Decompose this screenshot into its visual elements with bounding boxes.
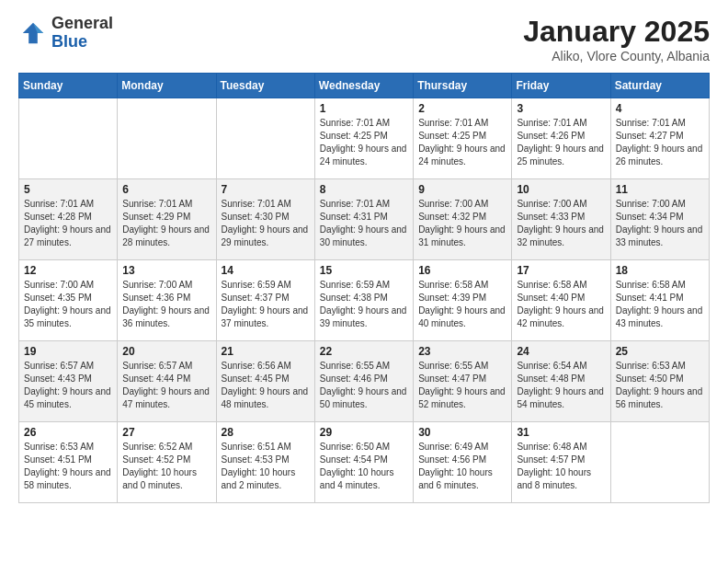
weekday-header-row: Sunday Monday Tuesday Wednesday Thursday…: [19, 74, 710, 98]
day-number-16: 16: [418, 264, 506, 277]
header-sunday: Sunday: [19, 74, 118, 98]
day-info-26: Sunrise: 6:53 AMSunset: 4:51 PMDaylight:…: [24, 441, 112, 492]
week-row-4: 26Sunrise: 6:53 AMSunset: 4:51 PMDayligh…: [19, 422, 710, 503]
header-thursday: Thursday: [414, 74, 512, 98]
day-cell-w3-d2: 21Sunrise: 6:56 AMSunset: 4:45 PMDayligh…: [216, 341, 314, 422]
logo-general: General: [51, 14, 113, 32]
week-row-0: 1Sunrise: 7:01 AMSunset: 4:25 PMDaylight…: [19, 98, 710, 179]
day-number-22: 22: [320, 345, 408, 358]
day-number-31: 31: [517, 426, 605, 439]
day-cell-w1-d6: 11Sunrise: 7:00 AMSunset: 4:34 PMDayligh…: [610, 179, 709, 260]
day-cell-w0-d3: 1Sunrise: 7:01 AMSunset: 4:25 PMDaylight…: [314, 98, 413, 179]
day-info-9: Sunrise: 7:00 AMSunset: 4:32 PMDaylight:…: [418, 198, 506, 249]
day-cell-w3-d6: 25Sunrise: 6:53 AMSunset: 4:50 PMDayligh…: [610, 341, 709, 422]
day-cell-w1-d0: 5Sunrise: 7:01 AMSunset: 4:28 PMDaylight…: [19, 179, 118, 260]
day-number-23: 23: [418, 345, 506, 358]
day-number-6: 6: [122, 183, 210, 196]
day-number-17: 17: [517, 264, 605, 277]
day-info-25: Sunrise: 6:53 AMSunset: 4:50 PMDaylight:…: [616, 360, 704, 411]
day-cell-w2-d4: 16Sunrise: 6:58 AMSunset: 4:39 PMDayligh…: [414, 260, 512, 341]
day-number-29: 29: [320, 426, 408, 439]
day-number-10: 10: [517, 183, 605, 196]
day-info-31: Sunrise: 6:48 AMSunset: 4:57 PMDaylight:…: [517, 441, 605, 492]
day-cell-w0-d4: 2Sunrise: 7:01 AMSunset: 4:25 PMDaylight…: [414, 98, 512, 179]
day-number-30: 30: [418, 426, 506, 439]
day-number-20: 20: [122, 345, 210, 358]
day-cell-w3-d4: 23Sunrise: 6:55 AMSunset: 4:47 PMDayligh…: [414, 341, 512, 422]
day-cell-w2-d5: 17Sunrise: 6:58 AMSunset: 4:40 PMDayligh…: [512, 260, 610, 341]
logo-text: General Blue: [51, 15, 113, 52]
day-cell-w0-d6: 4Sunrise: 7:01 AMSunset: 4:27 PMDaylight…: [610, 98, 709, 179]
day-number-13: 13: [122, 264, 210, 277]
day-info-19: Sunrise: 6:57 AMSunset: 4:43 PMDaylight:…: [24, 360, 112, 411]
day-number-12: 12: [24, 264, 112, 277]
title-block: January 2025 Aliko, Vlore County, Albani…: [523, 15, 710, 63]
day-number-19: 19: [24, 345, 112, 358]
day-info-15: Sunrise: 6:59 AMSunset: 4:38 PMDaylight:…: [320, 279, 408, 330]
day-info-27: Sunrise: 6:52 AMSunset: 4:52 PMDaylight:…: [122, 441, 210, 492]
day-number-11: 11: [616, 183, 704, 196]
day-number-24: 24: [517, 345, 605, 358]
day-cell-w2-d3: 15Sunrise: 6:59 AMSunset: 4:38 PMDayligh…: [314, 260, 413, 341]
logo: General Blue: [18, 15, 113, 52]
day-info-2: Sunrise: 7:01 AMSunset: 4:25 PMDaylight:…: [418, 117, 506, 168]
week-row-2: 12Sunrise: 7:00 AMSunset: 4:35 PMDayligh…: [19, 260, 710, 341]
day-cell-w4-d1: 27Sunrise: 6:52 AMSunset: 4:52 PMDayligh…: [118, 422, 216, 503]
day-number-27: 27: [122, 426, 210, 439]
day-info-1: Sunrise: 7:01 AMSunset: 4:25 PMDaylight:…: [320, 117, 408, 168]
day-number-7: 7: [222, 183, 310, 196]
day-cell-w4-d3: 29Sunrise: 6:50 AMSunset: 4:54 PMDayligh…: [314, 422, 413, 503]
day-number-25: 25: [616, 345, 704, 358]
day-cell-w3-d1: 20Sunrise: 6:57 AMSunset: 4:44 PMDayligh…: [118, 341, 216, 422]
day-cell-w3-d0: 19Sunrise: 6:57 AMSunset: 4:43 PMDayligh…: [19, 341, 118, 422]
day-info-14: Sunrise: 6:59 AMSunset: 4:37 PMDaylight:…: [222, 279, 310, 330]
month-year: January 2025: [523, 15, 710, 49]
location: Aliko, Vlore County, Albania: [523, 49, 710, 63]
day-info-22: Sunrise: 6:55 AMSunset: 4:46 PMDaylight:…: [320, 360, 408, 411]
week-row-1: 5Sunrise: 7:01 AMSunset: 4:28 PMDaylight…: [19, 179, 710, 260]
day-info-8: Sunrise: 7:01 AMSunset: 4:31 PMDaylight:…: [320, 198, 408, 249]
day-number-3: 3: [517, 102, 605, 115]
day-cell-w1-d1: 6Sunrise: 7:01 AMSunset: 4:29 PMDaylight…: [118, 179, 216, 260]
day-info-16: Sunrise: 6:58 AMSunset: 4:39 PMDaylight:…: [418, 279, 506, 330]
day-number-14: 14: [222, 264, 310, 277]
day-info-10: Sunrise: 7:00 AMSunset: 4:33 PMDaylight:…: [517, 198, 605, 249]
day-info-4: Sunrise: 7:01 AMSunset: 4:27 PMDaylight:…: [616, 117, 704, 168]
logo-icon: [18, 18, 48, 48]
day-cell-w2-d0: 12Sunrise: 7:00 AMSunset: 4:35 PMDayligh…: [19, 260, 118, 341]
day-info-13: Sunrise: 7:00 AMSunset: 4:36 PMDaylight:…: [122, 279, 210, 330]
day-info-28: Sunrise: 6:51 AMSunset: 4:53 PMDaylight:…: [222, 441, 310, 492]
day-cell-w2-d2: 14Sunrise: 6:59 AMSunset: 4:37 PMDayligh…: [216, 260, 314, 341]
day-cell-w4-d4: 30Sunrise: 6:49 AMSunset: 4:56 PMDayligh…: [414, 422, 512, 503]
day-number-4: 4: [616, 102, 704, 115]
logo-blue: Blue: [51, 32, 87, 51]
day-number-18: 18: [616, 264, 704, 277]
day-info-3: Sunrise: 7:01 AMSunset: 4:26 PMDaylight:…: [517, 117, 605, 168]
day-cell-w4-d0: 26Sunrise: 6:53 AMSunset: 4:51 PMDayligh…: [19, 422, 118, 503]
day-number-1: 1: [320, 102, 408, 115]
day-cell-w1-d4: 9Sunrise: 7:00 AMSunset: 4:32 PMDaylight…: [414, 179, 512, 260]
day-info-18: Sunrise: 6:58 AMSunset: 4:41 PMDaylight:…: [616, 279, 704, 330]
day-number-26: 26: [24, 426, 112, 439]
day-cell-w0-d5: 3Sunrise: 7:01 AMSunset: 4:26 PMDaylight…: [512, 98, 610, 179]
day-cell-w1-d2: 7Sunrise: 7:01 AMSunset: 4:30 PMDaylight…: [216, 179, 314, 260]
header-saturday: Saturday: [610, 74, 709, 98]
day-cell-w0-d2: [216, 98, 314, 179]
day-info-30: Sunrise: 6:49 AMSunset: 4:56 PMDaylight:…: [418, 441, 506, 492]
day-cell-w1-d3: 8Sunrise: 7:01 AMSunset: 4:31 PMDaylight…: [314, 179, 413, 260]
day-cell-w1-d5: 10Sunrise: 7:00 AMSunset: 4:33 PMDayligh…: [512, 179, 610, 260]
header: General Blue January 2025 Aliko, Vlore C…: [18, 15, 710, 63]
week-row-3: 19Sunrise: 6:57 AMSunset: 4:43 PMDayligh…: [19, 341, 710, 422]
day-cell-w3-d3: 22Sunrise: 6:55 AMSunset: 4:46 PMDayligh…: [314, 341, 413, 422]
day-cell-w3-d5: 24Sunrise: 6:54 AMSunset: 4:48 PMDayligh…: [512, 341, 610, 422]
day-cell-w0-d0: [19, 98, 118, 179]
day-cell-w2-d1: 13Sunrise: 7:00 AMSunset: 4:36 PMDayligh…: [118, 260, 216, 341]
day-info-5: Sunrise: 7:01 AMSunset: 4:28 PMDaylight:…: [24, 198, 112, 249]
day-number-5: 5: [24, 183, 112, 196]
header-friday: Friday: [512, 74, 610, 98]
day-number-9: 9: [418, 183, 506, 196]
header-monday: Monday: [118, 74, 216, 98]
day-cell-w2-d6: 18Sunrise: 6:58 AMSunset: 4:41 PMDayligh…: [610, 260, 709, 341]
day-number-8: 8: [320, 183, 408, 196]
day-cell-w4-d6: [610, 422, 709, 503]
